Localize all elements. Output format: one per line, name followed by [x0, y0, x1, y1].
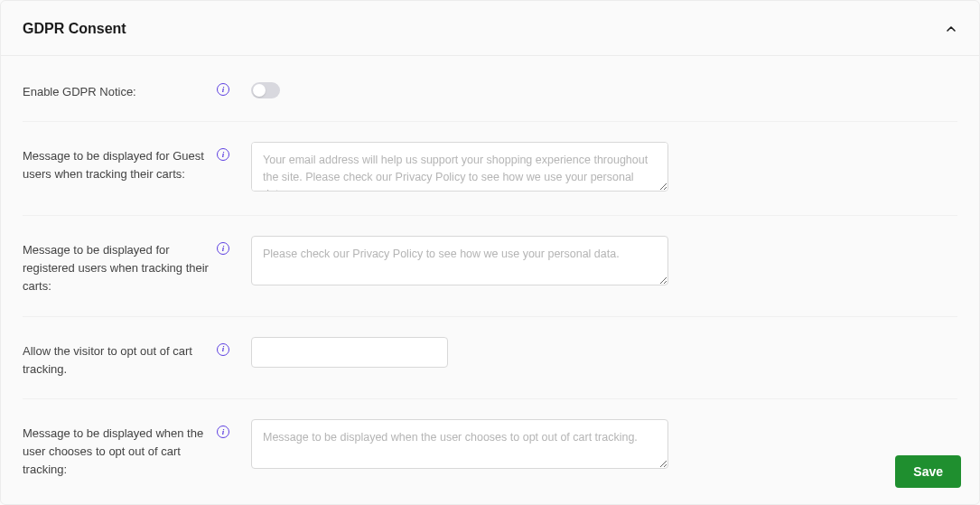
row-opt-out-allow: Allow the visitor to opt out of cart tra…	[23, 317, 957, 399]
opt-out-allow-label: Allow the visitor to opt out of cart tra…	[23, 337, 217, 379]
info-icon[interactable]	[217, 148, 229, 161]
opt-out-message-label: Message to be displayed when the user ch…	[23, 419, 217, 479]
row-registered-message: Message to be displayed for registered u…	[23, 216, 957, 316]
info-icon[interactable]	[217, 426, 229, 438]
registered-message-label: Message to be displayed for registered u…	[23, 236, 217, 295]
save-button[interactable]: Save	[895, 455, 961, 488]
info-icon[interactable]	[217, 242, 229, 255]
info-icon[interactable]	[217, 83, 229, 96]
panel-title: GDPR Consent	[23, 21, 126, 37]
form-body: Enable GDPR Notice: Message to be displa…	[1, 56, 979, 499]
toggle-knob	[253, 84, 266, 97]
row-enable-notice: Enable GDPR Notice:	[23, 56, 957, 122]
gdpr-consent-panel: GDPR Consent Enable GDPR Notice: Message…	[0, 0, 980, 505]
info-icon[interactable]	[217, 343, 229, 356]
opt-out-allow-input[interactable]	[251, 337, 448, 368]
row-guest-message: Message to be displayed for Guest users …	[23, 122, 957, 216]
guest-message-textarea[interactable]	[251, 142, 668, 192]
enable-notice-toggle[interactable]	[251, 82, 280, 98]
row-opt-out-message: Message to be displayed when the user ch…	[23, 399, 957, 499]
chevron-up-icon[interactable]	[945, 23, 957, 35]
registered-message-textarea[interactable]	[251, 236, 668, 285]
guest-message-label: Message to be displayed for Guest users …	[23, 142, 217, 183]
panel-header: GDPR Consent	[1, 1, 979, 56]
enable-notice-label: Enable GDPR Notice:	[23, 81, 217, 101]
opt-out-message-textarea[interactable]	[251, 419, 668, 469]
